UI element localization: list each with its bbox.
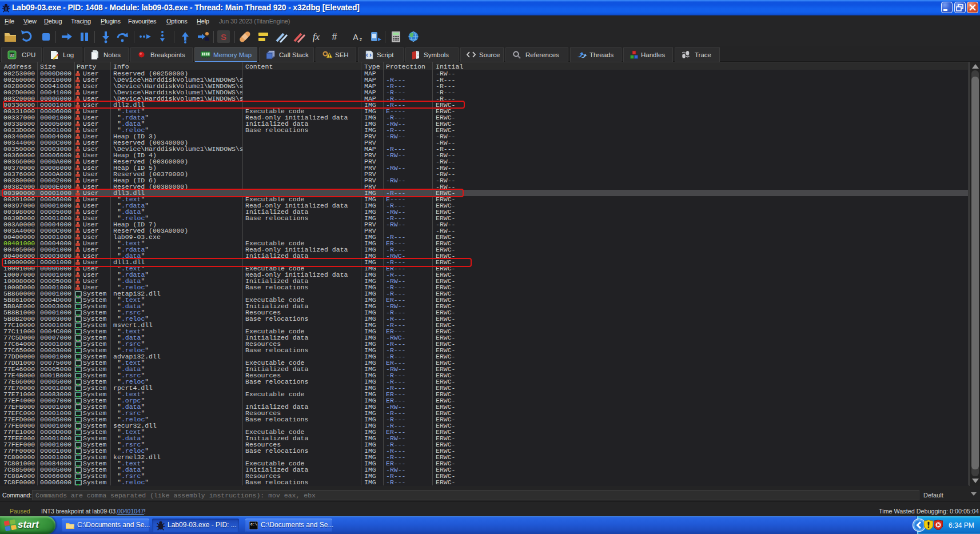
svg-text:z: z (360, 37, 362, 42)
svg-text:A: A (353, 33, 358, 42)
svg-text:#: # (332, 32, 337, 42)
svg-text:c:\: c:\ (250, 523, 257, 527)
svg-text:fx: fx (313, 31, 320, 42)
svg-text:32: 32 (10, 53, 14, 57)
svg-text:S: S (221, 32, 226, 42)
